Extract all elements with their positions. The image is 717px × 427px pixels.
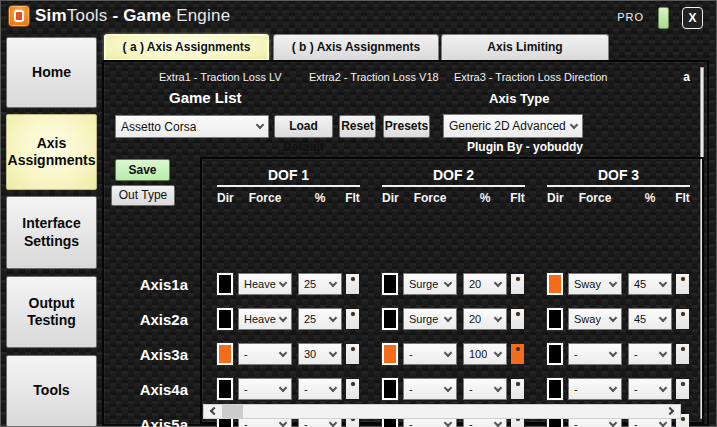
dir-checkbox[interactable] [217, 343, 233, 365]
chevron-down-icon [444, 348, 452, 356]
force-select[interactable]: Sway [568, 308, 622, 330]
dir-checkbox[interactable] [547, 378, 563, 400]
reset-button[interactable]: Reset [339, 115, 376, 138]
percent-select[interactable]: 45 [628, 273, 672, 295]
minimize-button[interactable] [658, 7, 669, 29]
flt-button[interactable] [510, 273, 525, 295]
out-type-button[interactable]: Out Type [111, 185, 175, 206]
dir-checkbox[interactable] [382, 273, 398, 295]
row-cells: Heave25Surge20Sway45 [217, 308, 690, 331]
load-default-button[interactable]: Load Default [274, 115, 333, 138]
percent-select[interactable]: 20 [463, 273, 507, 295]
table-row: Axis1aHeave25Surge20Sway45 [133, 273, 690, 296]
tab-axis-assignments-a[interactable]: ( a ) Axis Assignments [104, 34, 269, 61]
flt-button[interactable] [345, 273, 360, 295]
dir-checkbox[interactable] [547, 343, 563, 365]
flt-dot-icon [681, 417, 685, 421]
sidebar-item-interface-settings[interactable]: Interface Settings [6, 196, 97, 269]
force-select[interactable]: - [238, 378, 292, 400]
dir-checkbox[interactable] [547, 273, 563, 295]
app-icon-glyph [14, 10, 24, 22]
extra2-label: Extra2 - Traction Loss V18 [309, 71, 439, 83]
flt-button[interactable] [510, 378, 525, 400]
chevron-down-icon [444, 313, 452, 321]
flt-dot-icon [351, 277, 355, 281]
dir-checkbox[interactable] [382, 378, 398, 400]
flt-button[interactable] [510, 308, 525, 330]
percent-select[interactable]: 30 [298, 343, 342, 365]
percent-select[interactable]: - [628, 343, 672, 365]
flt-button[interactable] [510, 343, 525, 365]
tab-axis-assignments-b[interactable]: ( b ) Axis Assignments [273, 34, 439, 61]
chevron-down-icon [444, 418, 452, 426]
chevron-down-icon [329, 418, 337, 426]
sidebar-item-home[interactable]: Home [6, 37, 97, 108]
force-select[interactable]: - [238, 343, 292, 365]
dof-cell: -- [382, 378, 525, 401]
extra1-label: Extra1 - Traction Loss LV [159, 71, 282, 83]
axis-type-select[interactable]: Generic 2D Advanced [443, 114, 583, 138]
save-button[interactable]: Save [115, 159, 170, 181]
force-select[interactable]: Surge [403, 308, 457, 330]
force-select-value: Surge [409, 313, 438, 325]
col-header-pct: % [298, 191, 342, 205]
percent-select-value: 45 [634, 278, 646, 290]
dir-checkbox[interactable] [382, 308, 398, 330]
flt-button[interactable] [345, 378, 360, 400]
dof-cell: -- [547, 378, 690, 401]
game-select[interactable]: Assetto Corsa [115, 115, 269, 138]
tab-axis-limiting[interactable]: Axis Limiting [441, 34, 609, 61]
percent-select[interactable]: - [463, 378, 507, 400]
percent-select[interactable]: 45 [628, 308, 672, 330]
chevron-down-icon [609, 383, 617, 391]
force-select-value: - [409, 418, 413, 427]
force-select[interactable]: - [403, 343, 457, 365]
row-cells: ------ [217, 378, 690, 401]
dof-title: DOF 2 [382, 167, 525, 183]
horizontal-scrollbar[interactable] [203, 404, 681, 419]
force-select[interactable]: - [568, 343, 622, 365]
flt-button[interactable] [345, 308, 360, 330]
axis-assignments-panel: Extra1 - Traction Loss LV Extra2 - Tract… [102, 60, 709, 426]
percent-select[interactable]: - [298, 378, 342, 400]
percent-select-value: 100 [469, 348, 487, 360]
flt-button[interactable] [675, 343, 690, 365]
sidebar-item-output-testing[interactable]: Output Testing [6, 276, 97, 348]
chevron-down-icon [329, 313, 337, 321]
flt-button[interactable] [345, 343, 360, 365]
dir-checkbox[interactable] [217, 273, 233, 295]
dir-checkbox[interactable] [547, 308, 563, 330]
flt-dot-icon [351, 312, 355, 316]
sidebar-item-axis-assignments[interactable]: Axis Assignments [6, 114, 97, 190]
percent-select[interactable]: 25 [298, 308, 342, 330]
scrollbar-thumb[interactable] [222, 405, 243, 418]
close-button[interactable]: X [682, 7, 703, 29]
sidebar-item-tools[interactable]: Tools [6, 355, 97, 427]
flt-button[interactable] [675, 308, 690, 330]
scroll-right-icon[interactable] [667, 408, 675, 416]
force-select[interactable]: - [568, 378, 622, 400]
flt-button[interactable] [675, 273, 690, 295]
chevron-down-icon [279, 313, 287, 321]
dir-checkbox[interactable] [217, 378, 233, 400]
dof-group-header: DOF 3DirForce%Flt [547, 167, 690, 205]
percent-select[interactable]: 20 [463, 308, 507, 330]
col-header-flt: Flt [345, 191, 360, 205]
force-select[interactable]: - [403, 378, 457, 400]
dir-checkbox[interactable] [217, 308, 233, 330]
flt-button[interactable] [675, 378, 690, 400]
percent-select-value: - [469, 418, 473, 427]
percent-select[interactable]: - [628, 378, 672, 400]
force-select[interactable]: Heave [238, 273, 292, 295]
titlebar: SimTools - Game Engine PRO X [1, 1, 716, 31]
dir-checkbox[interactable] [382, 343, 398, 365]
scroll-left-icon[interactable] [209, 408, 217, 416]
percent-select[interactable]: 25 [298, 273, 342, 295]
force-select[interactable]: Heave [238, 308, 292, 330]
chevron-down-icon [609, 418, 617, 426]
force-select-value: Heave [244, 313, 276, 325]
force-select[interactable]: Surge [403, 273, 457, 295]
presets-button[interactable]: Presets [383, 115, 430, 138]
percent-select[interactable]: 100 [463, 343, 507, 365]
force-select[interactable]: Sway [568, 273, 622, 295]
